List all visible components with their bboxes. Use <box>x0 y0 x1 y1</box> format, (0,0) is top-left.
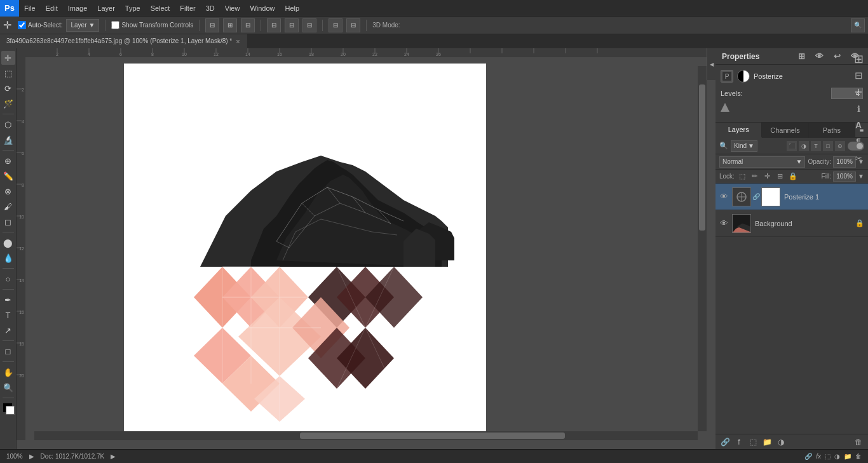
options-bar: ✛ Auto-Select: Layer ▼ Show Transform Co… <box>0 17 868 34</box>
layer-adjustment-thumb <box>732 187 751 206</box>
filter-adjust-btn[interactable]: ◑ <box>799 141 809 151</box>
layer-visibility-background[interactable]: 👁 <box>719 219 728 228</box>
brush-tool[interactable]: ✏️ <box>1 169 15 183</box>
text-icon[interactable]: A <box>851 118 865 132</box>
auto-select-checkbox[interactable]: Auto-Select: <box>18 21 62 29</box>
document-tab[interactable]: 3fa490a6263e8c4497ee1fbffeb4a675.jpg @ 1… <box>0 34 247 48</box>
horizontal-scroll-thumb[interactable] <box>300 433 566 439</box>
filter-pixel-btn[interactable]: ⬛ <box>787 141 797 151</box>
align-right-btn[interactable]: ⊟ <box>241 18 255 32</box>
select-tool[interactable]: ⬚ <box>1 66 15 80</box>
layer-item-background[interactable]: 👁 Background 🔒 <box>715 210 868 237</box>
lock-transparent-btn[interactable]: ⬚ <box>737 171 747 182</box>
distribute-right-btn[interactable]: ⊟ <box>302 18 316 32</box>
add-style-btn[interactable]: f <box>733 436 745 448</box>
gradient-tool[interactable]: ⬤ <box>1 236 15 250</box>
status-expand-btn[interactable]: ▶ <box>111 453 116 460</box>
lasso-tool[interactable]: ⟳ <box>1 81 15 95</box>
new-adjustment-btn[interactable]: ◑ <box>775 436 787 448</box>
distribute-h-btn[interactable]: ⊟ <box>329 18 342 32</box>
fill-value[interactable]: 100% <box>833 171 856 182</box>
link-layers-btn[interactable]: 🔗 <box>719 436 731 448</box>
history-tool[interactable]: 🖌 <box>1 199 15 213</box>
bottom-fx-btn[interactable]: fx <box>816 453 821 460</box>
tab-close-btn[interactable]: × <box>236 37 240 45</box>
filter-smart-btn[interactable]: ⊙ <box>835 141 845 151</box>
menu-image[interactable]: Image <box>63 0 93 17</box>
eyedropper-tool[interactable]: 🔬 <box>1 133 15 147</box>
add-mask-btn[interactable]: ⬚ <box>747 436 759 448</box>
bottom-delete-btn[interactable]: 🗑 <box>855 453 862 460</box>
menu-view[interactable]: View <box>220 0 245 17</box>
properties-icon-1[interactable]: ⊞ <box>794 50 808 64</box>
delete-layer-btn[interactable]: 🗑 <box>853 436 864 448</box>
menu-layer[interactable]: Layer <box>92 0 120 17</box>
distribute-v-btn[interactable]: ⊟ <box>346 18 360 32</box>
vertical-scroll-thumb[interactable] <box>699 84 705 231</box>
menu-select[interactable]: Select <box>146 0 175 17</box>
path-select-tool[interactable]: ↗ <box>1 323 15 337</box>
filter-type-btn[interactable]: T <box>811 141 821 151</box>
lock-all-btn[interactable]: 🔒 <box>788 171 798 182</box>
crop-tool[interactable]: ⬡ <box>1 117 15 131</box>
lock-artboard-btn[interactable]: ⊞ <box>775 171 785 182</box>
menu-window[interactable]: Window <box>245 0 280 17</box>
menu-edit[interactable]: Edit <box>41 0 63 17</box>
layer-visibility-posterize[interactable]: 👁 <box>719 192 728 201</box>
stamp-tool[interactable]: ⊗ <box>1 184 15 198</box>
collapse-panel-btn[interactable]: ◀ <box>707 48 715 80</box>
move-tool[interactable]: ✛ <box>1 51 15 65</box>
layer-item-posterize[interactable]: 👁 🔗 <box>715 184 868 210</box>
zoom-tool[interactable]: 🔍 <box>1 380 15 394</box>
layers-icon[interactable]: ⊞ <box>851 52 865 66</box>
menu-help[interactable]: Help <box>280 0 305 17</box>
hand-tool[interactable]: ✋ <box>1 365 15 379</box>
tab-paths[interactable]: Paths <box>809 123 855 138</box>
ps-logo: Ps <box>0 0 19 17</box>
zoom-level: 100% <box>6 453 23 460</box>
align-left-btn[interactable]: ⊟ <box>205 18 219 32</box>
scissors-icon[interactable]: ✂ <box>851 151 865 165</box>
filter-shape-btn[interactable]: □ <box>823 141 833 151</box>
new-group-btn[interactable]: 📁 <box>761 436 773 448</box>
menu-filter[interactable]: Filter <box>175 0 200 17</box>
foreground-color[interactable] <box>1 401 15 415</box>
distribute-left-btn[interactable]: ⊟ <box>267 18 281 32</box>
menu-file[interactable]: File <box>19 0 41 17</box>
type-tool[interactable]: T <box>1 308 15 322</box>
lock-image-btn[interactable]: ✏ <box>750 171 760 182</box>
properties-nav-icon[interactable]: ✛ <box>851 85 865 99</box>
bottom-adjust-btn[interactable]: ◑ <box>834 453 840 460</box>
layer-dropdown[interactable]: Layer ▼ <box>66 19 99 32</box>
properties-icon-3[interactable]: ↩ <box>830 50 844 64</box>
quick-select-tool[interactable]: 🪄 <box>1 97 15 111</box>
eraser-tool[interactable]: ◻ <box>1 215 15 229</box>
pen-tool[interactable]: ✒ <box>1 293 15 307</box>
lock-position-btn[interactable]: ✛ <box>763 171 773 182</box>
menu-3d[interactable]: 3D <box>201 0 220 17</box>
properties-icon-2[interactable]: 👁 <box>812 50 826 64</box>
bottom-mask-btn[interactable]: ⬚ <box>825 453 831 460</box>
bottom-link-btn[interactable]: 🔗 <box>804 453 812 460</box>
blur-tool[interactable]: 💧 <box>1 251 15 265</box>
info-icon[interactable]: ℹ <box>851 102 865 116</box>
filter-toggle[interactable] <box>848 142 864 151</box>
horizontal-scrollbar[interactable] <box>34 431 698 440</box>
properties-panel: Properties ⊞ 👁 ↩ 👁 <box>715 48 868 123</box>
menu-type[interactable]: Type <box>120 0 146 17</box>
heal-tool[interactable]: ⊕ <box>1 154 15 168</box>
align-center-btn[interactable]: ⊞ <box>223 18 237 32</box>
kind-dropdown[interactable]: Kind ▼ <box>731 140 757 152</box>
blend-mode-dropdown[interactable]: Normal ▼ <box>719 156 805 168</box>
shape-tool[interactable]: □ <box>1 344 15 358</box>
bottom-folder-btn[interactable]: 📁 <box>844 453 851 460</box>
search-btn[interactable]: 🔍 <box>851 18 865 32</box>
transform-checkbox[interactable]: Show Transform Controls <box>111 21 193 29</box>
svg-text:16: 16 <box>19 310 24 314</box>
adjustment-icon[interactable]: ⊟ <box>851 69 865 83</box>
tab-layers[interactable]: Layers <box>715 123 762 138</box>
vertical-scrollbar[interactable] <box>698 66 707 431</box>
distribute-center-btn[interactable]: ⊟ <box>285 18 299 32</box>
dodge-tool[interactable]: ○ <box>1 272 15 286</box>
tab-channels[interactable]: Channels <box>762 123 808 138</box>
